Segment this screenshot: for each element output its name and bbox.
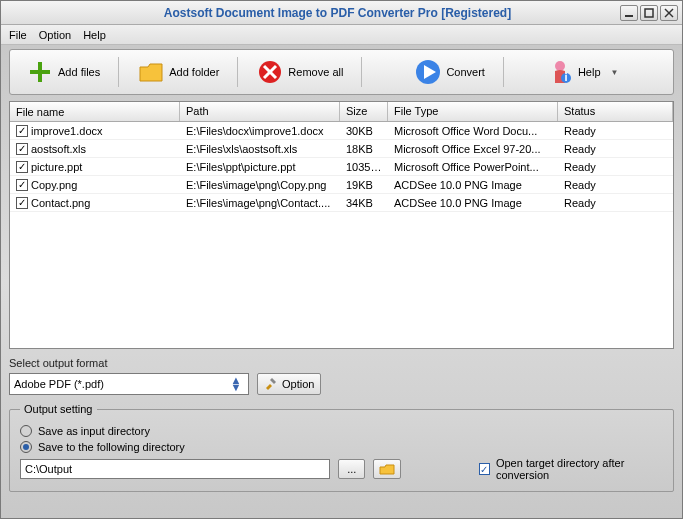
table-row[interactable]: ✓picture.pptE:\Files\ppt\picture.ppt1035… (10, 158, 673, 176)
cell-name: aostsoft.xls (31, 143, 86, 155)
output-legend: Output setting (20, 403, 97, 415)
browse-button[interactable]: ... (338, 459, 365, 479)
table-row[interactable]: ✓Copy.pngE:\Files\image\png\Copy.png19KB… (10, 176, 673, 194)
cell-size: 30KB (340, 124, 388, 138)
file-table: File name Path Size File Type Status ✓im… (9, 101, 674, 349)
row-checkbox[interactable]: ✓ (16, 161, 28, 173)
help-button[interactable]: i Help ▼ (536, 54, 629, 90)
add-folder-label: Add folder (169, 66, 219, 78)
cell-path: E:\Files\image\png\Copy.png (180, 178, 340, 192)
cell-status: Ready (558, 196, 673, 210)
cell-type: ACDSee 10.0 PNG Image (388, 196, 558, 210)
add-files-label: Add files (58, 66, 100, 78)
row-checkbox[interactable]: ✓ (16, 143, 28, 155)
format-label: Select output format (9, 357, 674, 369)
svg-rect-1 (645, 9, 653, 17)
table-row[interactable]: ✓aostsoft.xlsE:\Files\xls\aostsoft.xls18… (10, 140, 673, 158)
titlebar: Aostsoft Document Image to PDF Converter… (1, 1, 682, 25)
svg-rect-5 (30, 70, 50, 74)
close-button[interactable] (660, 5, 678, 21)
maximize-button[interactable] (640, 5, 658, 21)
cell-size: 18KB (340, 142, 388, 156)
open-folder-button[interactable] (373, 459, 400, 479)
table-row[interactable]: ✓improve1.docxE:\Files\docx\improve1.doc… (10, 122, 673, 140)
help-label: Help (578, 66, 601, 78)
output-settings: Output setting Save as input directory S… (9, 403, 674, 492)
cell-status: Ready (558, 124, 673, 138)
menu-help[interactable]: Help (83, 29, 106, 41)
option-label: Option (282, 378, 314, 390)
cell-name: picture.ppt (31, 161, 82, 173)
col-header-status[interactable]: Status (558, 102, 673, 121)
cell-name: Copy.png (31, 179, 77, 191)
cell-path: E:\Files\ppt\picture.ppt (180, 160, 340, 174)
cell-status: Ready (558, 178, 673, 192)
output-path-input[interactable]: C:\Output (20, 459, 330, 479)
col-header-type[interactable]: File Type (388, 102, 558, 121)
radio-save-to-following[interactable] (20, 441, 32, 453)
convert-button[interactable]: Convert (404, 54, 495, 90)
add-folder-button[interactable]: Add folder (127, 54, 229, 90)
cell-size: 34KB (340, 196, 388, 210)
cell-type: Microsoft Office Excel 97-20... (388, 142, 558, 156)
cell-status: Ready (558, 160, 673, 174)
cell-path: E:\Files\image\png\Contact.... (180, 196, 340, 210)
col-header-path[interactable]: Path (180, 102, 340, 121)
cell-status: Ready (558, 142, 673, 156)
table-row[interactable]: ✓Contact.pngE:\Files\image\png\Contact..… (10, 194, 673, 212)
save-as-input-label: Save as input directory (38, 425, 150, 437)
open-target-label: Open target directory after conversion (496, 457, 663, 481)
cell-type: Microsoft Office PowerPoint... (388, 160, 558, 174)
menu-option[interactable]: Option (39, 29, 71, 41)
cell-size: 19KB (340, 178, 388, 192)
tools-icon (264, 376, 278, 392)
remove-icon (256, 58, 284, 86)
svg-point-11 (555, 61, 565, 71)
cell-type: Microsoft Office Word Docu... (388, 124, 558, 138)
help-icon: i (546, 58, 574, 86)
toolbar: Add files Add folder Remove all Convert … (9, 49, 674, 95)
col-header-size[interactable]: Size (340, 102, 388, 121)
cell-name: Contact.png (31, 197, 90, 209)
option-button[interactable]: Option (257, 373, 321, 395)
row-checkbox[interactable]: ✓ (16, 197, 28, 209)
chevron-down-icon: ▼ (611, 68, 619, 77)
radio-save-as-input[interactable] (20, 425, 32, 437)
window-title: Aostsoft Document Image to PDF Converter… (55, 6, 620, 20)
menubar: File Option Help (1, 25, 682, 45)
remove-all-button[interactable]: Remove all (246, 54, 353, 90)
save-to-following-label: Save to the following directory (38, 441, 185, 453)
open-target-checkbox[interactable]: ✓ (479, 463, 490, 475)
cell-name: improve1.docx (31, 125, 103, 137)
col-header-name[interactable]: File name (10, 102, 180, 121)
svg-text:i: i (564, 71, 567, 83)
remove-all-label: Remove all (288, 66, 343, 78)
row-checkbox[interactable]: ✓ (16, 179, 28, 191)
convert-icon (414, 58, 442, 86)
format-selected: Adobe PDF (*.pdf) (14, 378, 104, 390)
minimize-button[interactable] (620, 5, 638, 21)
cell-path: E:\Files\xls\aostsoft.xls (180, 142, 340, 156)
add-files-icon (26, 58, 54, 86)
convert-label: Convert (446, 66, 485, 78)
add-files-button[interactable]: Add files (16, 54, 110, 90)
cell-path: E:\Files\docx\improve1.docx (180, 124, 340, 138)
format-select[interactable]: Adobe PDF (*.pdf) ▲▼ (9, 373, 249, 395)
cell-size: 1035KB (340, 160, 388, 174)
stepper-icon: ▲▼ (228, 377, 244, 391)
folder-icon (137, 58, 165, 86)
menu-file[interactable]: File (9, 29, 27, 41)
row-checkbox[interactable]: ✓ (16, 125, 28, 137)
cell-type: ACDSee 10.0 PNG Image (388, 178, 558, 192)
